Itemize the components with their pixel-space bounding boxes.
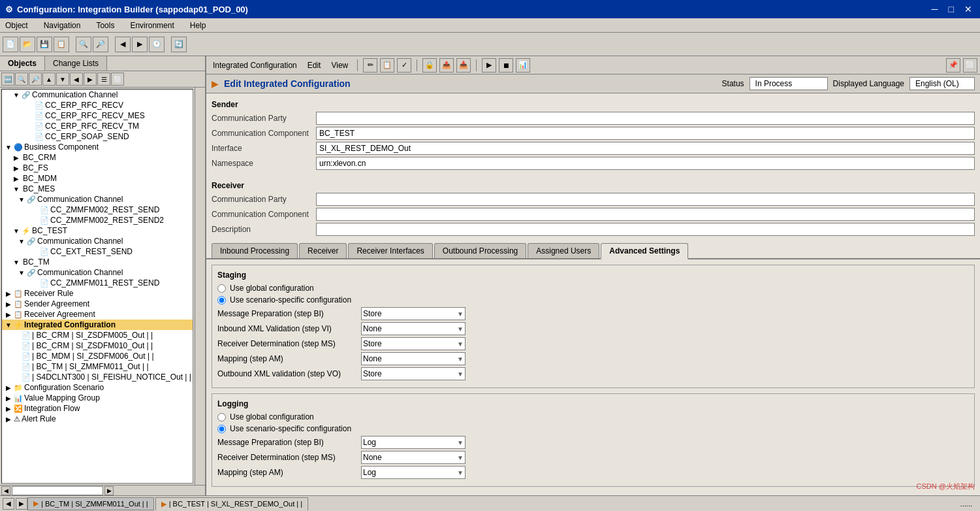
tree-search-input[interactable] [12, 486, 103, 495]
tab-inbound-processing[interactable]: Inbound Processing [212, 243, 298, 258]
list-item[interactable]: ▼ BC_TM [2, 257, 193, 267]
list-item[interactable]: 📄 | BC_MDM | SI_ZSDFM006_Out | | [2, 351, 193, 361]
staging-row-2-select[interactable]: Store ▼ [361, 337, 466, 350]
staging-row-0-select[interactable]: Store ▼ [361, 307, 466, 320]
staging-radio-specific-input[interactable] [217, 296, 226, 305]
tree-arrow[interactable]: ▶ [5, 395, 12, 402]
tree-arrow[interactable]: ▶ [12, 154, 20, 161]
list-item[interactable]: 📄 | S4DCLNT300 | SI_FEISHU_NOTICE_Out | … [2, 372, 193, 382]
close-button[interactable]: ✕ [962, 4, 975, 14]
tb-search-button[interactable]: 🔍 [76, 37, 91, 52]
tree-arrow[interactable]: ▼ [18, 238, 25, 245]
list-item[interactable]: 📄 CC_ERP_RFC_RECV_MES [2, 110, 193, 121]
tab-advanced-settings[interactable]: Advanced Settings [601, 243, 688, 259]
rt-btn-check[interactable]: ✓ [397, 58, 411, 73]
list-item[interactable]: ▼ 🔗 Communication Channel [2, 194, 193, 205]
menu-view[interactable]: View [327, 59, 352, 71]
menu-environment[interactable]: Environment [127, 20, 176, 31]
tree-item-sender-agreement[interactable]: ▶ 📋 Sender Agreement [2, 299, 193, 309]
log-row-1-select[interactable]: None ▼ [361, 451, 466, 464]
tab-change-lists[interactable]: Change Lists [45, 56, 107, 71]
menu-edit[interactable]: Edit [304, 59, 325, 71]
staging-row-4-select[interactable]: Store ▼ [361, 367, 466, 380]
tree-arrow[interactable]: ▼ [18, 269, 25, 276]
list-item[interactable]: 📄 CC_ZMMFM011_REST_SEND [2, 278, 193, 288]
menu-help[interactable]: Help [187, 20, 209, 31]
rt-btn-copy[interactable]: 📋 [380, 58, 394, 73]
rt-btn-import[interactable]: 📥 [456, 58, 471, 73]
tree-arrow[interactable]: ▶ [5, 384, 12, 391]
log-radio-specific-input[interactable] [217, 425, 226, 433]
tree-arrow[interactable]: ▼ [5, 321, 12, 329]
maximize-button[interactable]: □ [946, 4, 956, 14]
tb-save-button[interactable]: 💾 [37, 37, 52, 52]
tree-item-integrated-config[interactable]: ▼ ⚡ Integrated Configuration [2, 320, 193, 330]
list-item[interactable]: 📄 | BC_CRM | SI_ZSDFM010_Out | | [2, 340, 193, 351]
tb-history-button[interactable]: 🕐 [149, 37, 165, 52]
lt-new-btn[interactable]: 🆕 [1, 73, 14, 86]
list-item[interactable]: ▶ BC_CRM [2, 152, 193, 163]
tab-outbound-processing[interactable]: Outbound Processing [434, 243, 526, 258]
tb-refresh-button[interactable]: 🔄 [171, 37, 187, 52]
tree-arrow[interactable]: ▶ [5, 416, 12, 423]
rt-btn-maximize[interactable]: ⬜ [963, 58, 977, 73]
list-item[interactable]: ▼ 🔗 Communication Channel [2, 236, 193, 246]
tb-new-button[interactable]: 📄 [3, 37, 18, 52]
minimize-button[interactable]: ─ [929, 4, 941, 14]
tree-arrow[interactable]: ▶ [12, 165, 20, 172]
tree-arrow[interactable]: ▼ [12, 91, 20, 99]
tree-item-business-component[interactable]: ▼ 🔵 Business Component [2, 142, 193, 152]
tree-item-comm-channel-root[interactable]: ▼ 🔗 Communication Channel [2, 90, 193, 100]
lt-down-btn[interactable]: ▼ [56, 73, 69, 86]
list-item[interactable]: 📄 CC_ERP_SOAP_SEND [2, 131, 193, 142]
tree-arrow[interactable]: ▼ [12, 227, 20, 235]
menu-integrated-config[interactable]: Integrated Configuration [209, 59, 301, 71]
tree-item-integration-flow[interactable]: ▶ 🔀 Integration Flow [2, 403, 193, 414]
nav-left-arrow[interactable]: ◀ [1, 486, 10, 495]
log-radio-global-input[interactable] [217, 413, 226, 421]
list-item[interactable]: 📄 CC_ERP_RFC_RECV [2, 100, 193, 110]
tree-item-alert-rule[interactable]: ▶ ⚠ Alert Rule [2, 414, 193, 424]
lt-right-btn[interactable]: ▶ [84, 73, 97, 86]
tree-arrow[interactable]: ▶ [5, 311, 12, 318]
list-item[interactable]: ▶ BC_FS [2, 163, 193, 173]
tb-filter-button[interactable]: 🔎 [93, 37, 108, 52]
list-item[interactable]: 📄 CC_ZMMFM002_REST_SEND2 [2, 215, 193, 225]
lt-filter-btn[interactable]: 🔎 [29, 73, 42, 86]
menu-tools[interactable]: Tools [93, 20, 117, 31]
list-item[interactable]: 📄 CC_ZMMFM002_REST_SEND [2, 205, 193, 215]
nav-right-arrow[interactable]: ▶ [104, 486, 114, 495]
rt-btn-pencil[interactable]: ✏ [363, 58, 377, 73]
lt-collapse-btn[interactable]: ⬜ [111, 73, 124, 86]
tree-arrow[interactable]: ▼ [5, 144, 12, 151]
tree-arrow[interactable]: ▼ [12, 186, 20, 193]
tb-back-button[interactable]: ◀ [115, 37, 131, 52]
staging-radio-global-input[interactable] [217, 284, 226, 293]
tb-forward-button[interactable]: ▶ [132, 37, 148, 52]
tree-arrow[interactable]: ▼ [12, 259, 20, 266]
staging-row-1-select[interactable]: None ▼ [361, 322, 466, 335]
tree-scrollbar[interactable] [195, 88, 205, 485]
menu-navigation[interactable]: Navigation [41, 20, 84, 31]
list-item[interactable]: 📄 | BC_TM | SI_ZMMFM011_Out | | [2, 361, 193, 372]
nav-next-button[interactable]: ▶ [16, 498, 27, 510]
recv-party-input[interactable] [316, 193, 975, 206]
list-item[interactable]: ▶ BC_MDM [2, 173, 193, 184]
status-tab-bc-tm[interactable]: ▶ | BC_TM | SI_ZMMFM011_Out | | [27, 497, 154, 510]
log-row-0-select[interactable]: Log ▼ [361, 436, 466, 449]
sender-comm-party-input[interactable] [316, 112, 975, 125]
sender-comm-component-input[interactable] [316, 127, 975, 140]
tree-item-receiver-rule[interactable]: ▶ 📋 Receiver Rule [2, 288, 193, 299]
tab-objects[interactable]: Objects [0, 56, 45, 71]
description-input[interactable] [316, 223, 975, 236]
tree-arrow[interactable]: ▶ [5, 301, 12, 308]
rt-btn-activate[interactable]: ▶ [482, 58, 496, 73]
staging-row-3-select[interactable]: None ▼ [361, 352, 466, 365]
nav-prev-button[interactable]: ◀ [3, 498, 14, 510]
tab-receiver-interfaces[interactable]: Receiver Interfaces [348, 243, 432, 258]
tree-arrow[interactable]: ▶ [12, 175, 20, 182]
tb-copy-button[interactable]: 📋 [54, 37, 69, 52]
lt-menu-btn[interactable]: ☰ [97, 73, 110, 86]
list-item[interactable]: 📄 CC_ERP_RFC_RECV_TM [2, 121, 193, 131]
tab-assigned-users[interactable]: Assigned Users [528, 243, 599, 258]
